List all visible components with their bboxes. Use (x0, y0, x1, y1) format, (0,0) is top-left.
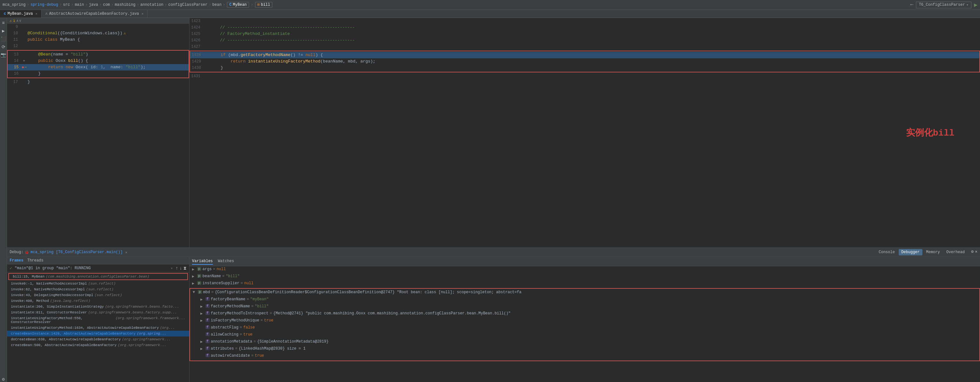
lg-icon-4[interactable]: ⟳ (2, 44, 5, 50)
stack-frame-7[interactable]: instantiateUsingFactoryMethod:550, Const… (7, 315, 189, 325)
var-attributes[interactable]: ▶ f attributes = {LinkedHashMap@2830} si… (190, 346, 979, 353)
line-gutter-15: ●→ (21, 64, 27, 70)
breadcrumb-src[interactable]: src (63, 3, 70, 7)
stack-frames[interactable]: bill:15, MyBean (com.mashibing.annotatio… (7, 272, 189, 382)
var-factorybeanname-expand[interactable]: ▶ (200, 297, 205, 302)
debug-session-label[interactable]: mca_spring [T6_ConfigClassParser.main()] (30, 250, 123, 254)
var-factorymethodtointrospect-expand[interactable]: ▶ (200, 311, 205, 316)
right-code-view[interactable]: 1423 1424 // ---------------------------… (189, 18, 980, 248)
pinned-bill[interactable]: m bill (255, 2, 272, 8)
lg-icon-2[interactable]: ▶ (2, 28, 5, 34)
breadcrumb-com[interactable]: com (103, 3, 110, 7)
thread-up-btn[interactable]: ↑ (175, 266, 178, 271)
var-factorymethodname-expand[interactable]: ▶ (200, 304, 205, 309)
var-isfactorymethodunique-expand[interactable]: ▶ (200, 318, 205, 323)
breadcrumb-main[interactable]: main (75, 3, 84, 7)
var-abstractflag[interactable]: · f abstractFlag = false (190, 324, 979, 332)
breadcrumb-project[interactable]: mca_spring (3, 3, 25, 7)
debug-tab-console[interactable]: Console (876, 249, 897, 256)
vars-tab-watches[interactable]: Watches (218, 258, 234, 265)
var-annotationmetadata[interactable]: ▶ f annotationMetadata = {SimpleAnnotati… (190, 339, 979, 346)
thread-down-btn[interactable]: ↓ (180, 266, 182, 271)
right-line-num-1427: 1427 (189, 43, 203, 50)
var-args-expand[interactable]: ▶ (192, 267, 197, 272)
breadcrumb-annotation[interactable]: annotation (140, 3, 164, 7)
stack-frame-10[interactable]: doCreateBean:638, AbstractAutowireCapabl… (7, 337, 189, 342)
run-config[interactable]: T6_ConfigClassParser ▾ (916, 2, 971, 8)
var-beanname-expand[interactable]: ▶ (192, 274, 197, 279)
vars-tab-variables[interactable]: Variables (192, 258, 213, 265)
debug-tab-debugger[interactable]: Debugger (899, 249, 923, 256)
frames-threads-bar: Frames Threads (7, 257, 189, 264)
thread-dropdown-icon[interactable]: ▾ (170, 266, 173, 271)
var-mbd-box: ▼ p mbd = {ConfigurationClassBeanDefinit… (189, 288, 980, 361)
stack-frame-2[interactable]: invoke:62, NativeMethodAccessorImpl (sun… (7, 286, 189, 292)
stack-frame-0[interactable]: bill:15, MyBean (com.mashibing.annotatio… (9, 274, 187, 280)
var-beanname[interactable]: ▶ p beanName = "bill" (189, 273, 980, 280)
lg-icon-1[interactable]: ≡ (2, 21, 5, 26)
breadcrumb-configclassparser[interactable]: configClassParser (169, 3, 207, 7)
var-factorybeanname[interactable]: ▶ f factoryBeanName = "myBean" (190, 296, 979, 304)
var-attributes-expand[interactable]: ▶ (200, 347, 205, 351)
var-mbd-expand[interactable]: ▼ (192, 290, 198, 294)
var-instancesupplier-expand[interactable]: ▶ (192, 281, 197, 286)
frames-tab[interactable]: Frames (10, 258, 23, 263)
breadcrumb-mashibing[interactable]: mashibing (115, 3, 136, 7)
var-args[interactable]: ▶ p args = null (189, 266, 980, 273)
lg-icon-6[interactable]: ⚙ (2, 377, 5, 382)
pinned-mybean-icon: C (229, 3, 231, 7)
sep3: › (71, 3, 73, 7)
var-factorymethodname[interactable]: ▶ f factoryMethodName = "bill" (190, 304, 979, 310)
tab-mybean[interactable]: C MyBean.java ✕ (0, 10, 41, 18)
left-code-view[interactable]: ⚠ 1 ∧ ∨ 9 (7, 18, 189, 248)
stack-frame-3[interactable]: invoke:43, DelegatingMethodAccessorImpl … (7, 292, 189, 298)
settings-icon[interactable]: ⚙ (971, 249, 974, 256)
right-code-line-1430: 1430 } (190, 65, 979, 71)
run-config-dropdown-icon[interactable]: ▾ (966, 3, 969, 7)
var-allowcaching-eq: = (240, 332, 242, 337)
close-debug-icon[interactable]: ✕ (975, 249, 977, 256)
debug-session-icon: 🐞 (25, 250, 29, 254)
sep10: › (223, 3, 225, 7)
thread-filter-btn[interactable]: ⧗ (183, 266, 186, 271)
vars-list[interactable]: ▶ p args = null ▶ p beanName (189, 266, 980, 382)
var-autowirecandiate[interactable]: · f autowireCandidate = true (190, 353, 979, 360)
pinned-mybean[interactable]: C MyBean (227, 2, 249, 8)
stack-frame-8[interactable]: instantiateUsingFactoryMethod:1634, Abst… (7, 325, 189, 331)
breadcrumb-bean[interactable]: bean (212, 3, 221, 7)
stack-frame-9[interactable]: createBeanInstance:1429, AbstractAutowir… (7, 331, 189, 337)
var-instancesupplier-name: instanceSupplier (203, 281, 239, 286)
var-factorymethodtointrospect[interactable]: ▶ f factoryMethodToIntrospect = {Method@… (190, 310, 979, 318)
frame-1-name: invoke0:-1, NativeMethodAccessorImpl (11, 282, 87, 286)
stack-frame-5[interactable]: instantiate:206, SimpleInstantiationStra… (7, 304, 189, 310)
warning-chevron-up[interactable]: ∧ (16, 19, 19, 23)
threads-tab[interactable]: Threads (27, 258, 43, 263)
stack-frame-11[interactable]: createBean:500, AbstractAutowireCapableB… (7, 342, 189, 348)
breadcrumb-module[interactable]: spring-debug (30, 3, 58, 7)
debug-tab-memory[interactable]: Memory (924, 249, 943, 256)
var-mbd[interactable]: ▼ p mbd = {ConfigurationClassBeanDefinit… (190, 289, 979, 296)
warning-chevron-down[interactable]: ∨ (19, 19, 21, 23)
var-annotationmetadata-expand[interactable]: ▶ (200, 339, 205, 344)
line-content-14: public Ooxx bill() { (27, 58, 189, 64)
debug-session-close[interactable]: ✕ (125, 250, 127, 254)
var-allowcaching[interactable]: · f allowCaching = true (190, 332, 979, 339)
var-args-type: p (197, 267, 201, 271)
tab-mybean-close[interactable]: ✕ (35, 12, 37, 16)
thread-selector: ✓ "main"@1 in group "main": RUNNING ▾ ↑ … (7, 264, 189, 272)
lg-icon-3[interactable]: ⬛ (1, 36, 6, 42)
stack-frame-6[interactable]: instantiate:811, ConstructorResolver (or… (7, 310, 189, 315)
var-instancesupplier[interactable]: ▶ p instanceSupplier = null (189, 280, 980, 288)
var-instancesupplier-eq: = (241, 281, 243, 286)
var-isfactorymethodunique[interactable]: ▶ f isFactoryMethodUnique = true (190, 318, 979, 324)
stack-frame-4[interactable]: invoke:498, Method (java.lang.reflect) (7, 298, 189, 304)
lg-icon-5[interactable]: 📷 (1, 52, 6, 58)
back-icon[interactable]: ← (910, 2, 913, 8)
breadcrumb-java[interactable]: java (89, 3, 98, 7)
tab-abstractautowire-close[interactable]: ✕ (142, 12, 143, 16)
stack-frame-1[interactable]: invoke0:-1, NativeMethodAccessorImpl (su… (7, 281, 189, 286)
debug-tab-overhead[interactable]: Overhead (944, 249, 967, 256)
tab-abstractautowire[interactable]: A AbstractAutowireCapableBeanFactory.jav… (41, 10, 148, 18)
var-isfactorymethodunique-val: true (264, 318, 273, 323)
run-icon[interactable]: ▶ (974, 1, 977, 8)
